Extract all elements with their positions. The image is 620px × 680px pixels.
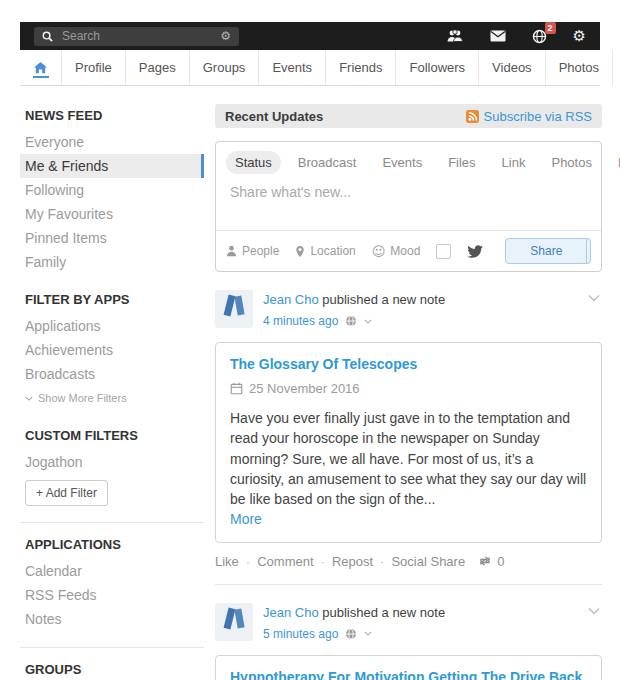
add-mood-button[interactable]: ☺ Mood xyxy=(372,244,421,258)
news-feed-heading: NEWS FEED xyxy=(20,100,204,130)
sidebar-item-everyone[interactable]: Everyone xyxy=(20,130,204,154)
tab-videos[interactable]: Videos xyxy=(478,50,545,85)
messages-icon[interactable] xyxy=(490,30,506,42)
note-card: Hypnotherapy For Motivation Getting The … xyxy=(215,655,602,680)
separator-dot xyxy=(321,554,325,569)
topbar: ⚙ 2 ⚙ xyxy=(20,22,600,50)
author-link[interactable]: Jean Cho xyxy=(263,292,319,307)
sidebar-item-me-and-friends[interactable]: Me & Friends xyxy=(20,154,204,178)
feed-action-text: published a new note xyxy=(319,292,445,307)
composer-tab-events[interactable]: Events xyxy=(373,151,431,174)
note-date: 25 November 2016 xyxy=(230,381,587,396)
separator-dot xyxy=(380,554,384,569)
chevron-down-icon[interactable] xyxy=(364,319,372,324)
feed-head-text: Jean Cho published a new note 5 minutes … xyxy=(263,603,586,641)
sidebar-item-applications[interactable]: Applications xyxy=(20,314,204,338)
tab-friends[interactable]: Friends xyxy=(325,50,395,85)
composer-tab-status[interactable]: Status xyxy=(226,151,281,174)
settings-icon[interactable]: ⚙ xyxy=(573,29,586,44)
calendar-icon xyxy=(230,382,243,395)
comment-button[interactable]: Comment xyxy=(257,554,313,569)
composer-tab-files[interactable]: Files xyxy=(439,151,484,174)
feed-meta-line: 4 minutes ago xyxy=(263,314,586,328)
subscribe-rss-label: Subscribe via RSS xyxy=(484,109,592,124)
share-button[interactable]: Share xyxy=(506,239,586,263)
tab-people[interactable]: People xyxy=(612,50,620,85)
avatar[interactable] xyxy=(215,290,253,328)
composer-tab-photos[interactable]: Photos xyxy=(542,151,600,174)
tab-photos[interactable]: Photos xyxy=(545,50,612,85)
main-nav: Profile Pages Groups Events Friends Foll… xyxy=(20,50,600,86)
sidebar-item-family[interactable]: Family xyxy=(20,250,204,274)
twitter-icon[interactable] xyxy=(467,245,483,258)
home-icon xyxy=(33,61,48,74)
twitter-share-checkbox[interactable] xyxy=(436,244,451,259)
more-link[interactable]: More xyxy=(230,511,262,527)
add-location-label: Location xyxy=(310,244,355,258)
status-composer: Status Broadcast Events Files Link Photo… xyxy=(215,141,602,272)
location-pin-icon xyxy=(295,245,305,258)
note-body-text: Have you ever finally just gave in to th… xyxy=(230,410,586,507)
collapse-item-icon[interactable] xyxy=(586,603,602,641)
note-title-link[interactable]: Hypnotherapy For Motivation Getting The … xyxy=(230,669,582,680)
tab-groups[interactable]: Groups xyxy=(189,50,259,85)
repost-count[interactable]: 0 xyxy=(478,554,504,569)
sidebar-item-rss-feeds[interactable]: RSS Feeds xyxy=(20,583,204,607)
timestamp-link[interactable]: 4 minutes ago xyxy=(263,314,338,328)
tab-followers[interactable]: Followers xyxy=(395,50,478,85)
feed-item: Jean Cho published a new note 5 minutes … xyxy=(215,603,602,680)
collapse-item-icon[interactable] xyxy=(586,290,602,328)
like-button[interactable]: Like xyxy=(215,554,239,569)
search-settings-icon[interactable]: ⚙ xyxy=(220,30,231,42)
mood-smiley-icon: ☺ xyxy=(372,245,386,258)
repost-button[interactable]: Repost xyxy=(332,554,373,569)
sidebar-divider xyxy=(20,647,204,648)
notifications-icon[interactable]: 2 xyxy=(532,29,547,44)
feed-head-text: Jean Cho published a new note 4 minutes … xyxy=(263,290,586,328)
feed-meta-line: 5 minutes ago xyxy=(263,627,586,641)
show-more-filters-link[interactable]: Show More Filters xyxy=(20,386,204,410)
composer-tab-link[interactable]: Link xyxy=(493,151,535,174)
search-box[interactable]: ⚙ xyxy=(34,27,239,46)
composer-tab-broadcast[interactable]: Broadcast xyxy=(289,151,366,174)
page-title: Recent Updates xyxy=(225,109,323,124)
add-location-button[interactable]: Location xyxy=(295,244,355,258)
search-input[interactable] xyxy=(60,28,190,44)
friends-icon[interactable] xyxy=(446,29,464,43)
timestamp-link[interactable]: 5 minutes ago xyxy=(263,627,338,641)
tab-profile[interactable]: Profile xyxy=(61,50,125,85)
note-title-link[interactable]: The Glossary Of Telescopes xyxy=(230,356,417,372)
tab-events[interactable]: Events xyxy=(258,50,325,85)
chevron-down-icon[interactable] xyxy=(364,631,372,636)
feed-action-text: published a new note xyxy=(319,605,445,620)
sidebar-item-jogathon[interactable]: Jogathon xyxy=(20,450,204,474)
sidebar-item-achievements[interactable]: Achievements xyxy=(20,338,204,362)
author-link[interactable]: Jean Cho xyxy=(263,605,319,620)
custom-filters-heading: CUSTOM FILTERS xyxy=(20,420,204,450)
sidebar-item-notes[interactable]: Notes xyxy=(20,607,204,631)
tag-people-button[interactable]: People xyxy=(226,244,279,258)
sidebar-item-calendar[interactable]: Calendar xyxy=(20,559,204,583)
tab-pages[interactable]: Pages xyxy=(125,50,189,85)
sidebar-item-pinned-items[interactable]: Pinned Items xyxy=(20,226,204,250)
sidebar-item-following[interactable]: Following xyxy=(20,178,204,202)
visibility-globe-icon[interactable] xyxy=(345,315,357,327)
sidebar-item-my-favourites[interactable]: My Favourites xyxy=(20,202,204,226)
avatar[interactable] xyxy=(215,603,253,641)
tag-people-label: People xyxy=(242,244,279,258)
composer-tab-polls[interactable]: Polls xyxy=(609,151,620,174)
groups-heading: GROUPS xyxy=(20,654,204,680)
share-split-button: Share xyxy=(505,238,591,264)
chevron-down-icon xyxy=(25,396,33,401)
subscribe-rss-link[interactable]: Subscribe via RSS xyxy=(466,109,592,124)
filter-by-apps-heading: FILTER BY APPS xyxy=(20,284,204,314)
tab-home[interactable] xyxy=(20,50,61,85)
sidebar-item-broadcasts[interactable]: Broadcasts xyxy=(20,362,204,386)
add-filter-button[interactable]: + Add Filter xyxy=(25,480,108,506)
status-input[interactable] xyxy=(216,178,601,230)
visibility-globe-icon[interactable] xyxy=(345,628,357,640)
rss-icon xyxy=(466,110,479,123)
notification-badge: 2 xyxy=(545,22,556,34)
share-visibility-dropdown[interactable] xyxy=(586,239,591,263)
social-share-button[interactable]: Social Share xyxy=(391,554,465,569)
